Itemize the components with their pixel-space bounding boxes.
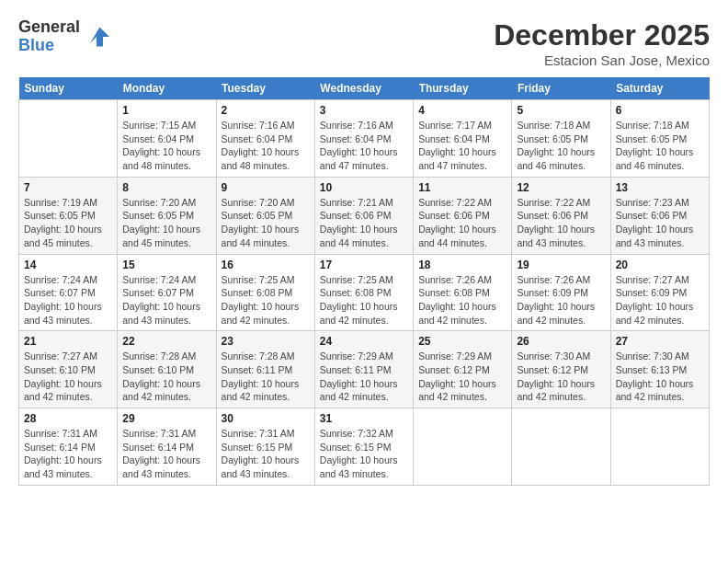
calendar-cell: 3Sunrise: 7:16 AM Sunset: 6:04 PM Daylig… <box>314 100 413 178</box>
calendar-cell: 23Sunrise: 7:28 AM Sunset: 6:11 PM Dayli… <box>216 331 314 408</box>
calendar-cell: 21Sunrise: 7:27 AM Sunset: 6:10 PM Dayli… <box>19 331 118 408</box>
location: Estacion San Jose, Mexico <box>494 52 710 68</box>
day-info: Sunrise: 7:27 AM Sunset: 6:10 PM Dayligh… <box>24 350 112 404</box>
day-info: Sunrise: 7:31 AM Sunset: 6:15 PM Dayligh… <box>222 427 310 481</box>
header-monday: Monday <box>118 77 216 100</box>
day-number: 5 <box>517 104 605 117</box>
day-number: 1 <box>122 104 210 117</box>
header-sunday: Sunday <box>19 77 118 100</box>
day-info: Sunrise: 7:31 AM Sunset: 6:14 PM Dayligh… <box>24 427 112 481</box>
calendar-cell: 8Sunrise: 7:20 AM Sunset: 6:05 PM Daylig… <box>118 177 216 254</box>
day-number: 16 <box>222 259 310 271</box>
day-number: 15 <box>122 259 210 271</box>
day-number: 6 <box>616 104 704 117</box>
week-row-4: 21Sunrise: 7:27 AM Sunset: 6:10 PM Dayli… <box>19 331 710 408</box>
day-number: 31 <box>320 412 408 425</box>
logo-blue: Blue <box>18 37 80 55</box>
calendar-cell: 16Sunrise: 7:25 AM Sunset: 6:08 PM Dayli… <box>216 254 314 331</box>
day-info: Sunrise: 7:31 AM Sunset: 6:14 PM Dayligh… <box>122 427 210 481</box>
calendar-cell: 30Sunrise: 7:31 AM Sunset: 6:15 PM Dayli… <box>216 408 314 486</box>
day-number: 28 <box>24 412 112 425</box>
calendar-cell: 31Sunrise: 7:32 AM Sunset: 6:15 PM Dayli… <box>314 408 413 486</box>
day-info: Sunrise: 7:24 AM Sunset: 6:07 PM Dayligh… <box>122 273 210 327</box>
calendar-cell: 15Sunrise: 7:24 AM Sunset: 6:07 PM Dayli… <box>118 254 216 331</box>
day-number: 18 <box>418 259 506 271</box>
day-number: 7 <box>24 181 112 194</box>
calendar-cell: 4Sunrise: 7:17 AM Sunset: 6:04 PM Daylig… <box>414 100 512 178</box>
day-number: 12 <box>517 181 605 194</box>
day-number: 24 <box>320 335 408 348</box>
calendar-cell: 2Sunrise: 7:16 AM Sunset: 6:04 PM Daylig… <box>216 100 314 178</box>
calendar-cell: 19Sunrise: 7:26 AM Sunset: 6:09 PM Dayli… <box>512 254 610 331</box>
day-info: Sunrise: 7:16 AM Sunset: 6:04 PM Dayligh… <box>222 119 310 173</box>
day-info: Sunrise: 7:28 AM Sunset: 6:10 PM Dayligh… <box>122 350 210 404</box>
day-number: 3 <box>320 104 408 117</box>
calendar-cell: 11Sunrise: 7:22 AM Sunset: 6:06 PM Dayli… <box>414 177 512 254</box>
day-number: 21 <box>24 335 112 348</box>
day-info: Sunrise: 7:19 AM Sunset: 6:05 PM Dayligh… <box>24 196 112 250</box>
day-info: Sunrise: 7:20 AM Sunset: 6:05 PM Dayligh… <box>222 196 310 250</box>
header-thursday: Thursday <box>414 77 512 100</box>
day-info: Sunrise: 7:21 AM Sunset: 6:06 PM Dayligh… <box>320 196 408 250</box>
calendar-cell: 26Sunrise: 7:30 AM Sunset: 6:12 PM Dayli… <box>512 331 610 408</box>
calendar-cell: 27Sunrise: 7:30 AM Sunset: 6:13 PM Dayli… <box>610 331 709 408</box>
calendar-cell: 7Sunrise: 7:19 AM Sunset: 6:05 PM Daylig… <box>19 177 118 254</box>
svg-marker-0 <box>90 27 109 46</box>
calendar-cell <box>610 408 709 486</box>
calendar-cell: 10Sunrise: 7:21 AM Sunset: 6:06 PM Dayli… <box>314 177 413 254</box>
calendar-cell: 6Sunrise: 7:18 AM Sunset: 6:05 PM Daylig… <box>610 100 709 178</box>
day-number: 23 <box>222 335 310 348</box>
day-info: Sunrise: 7:30 AM Sunset: 6:13 PM Dayligh… <box>616 350 704 404</box>
day-info: Sunrise: 7:28 AM Sunset: 6:11 PM Dayligh… <box>222 350 310 404</box>
calendar-cell: 18Sunrise: 7:26 AM Sunset: 6:08 PM Dayli… <box>414 254 512 331</box>
calendar-cell: 14Sunrise: 7:24 AM Sunset: 6:07 PM Dayli… <box>19 254 118 331</box>
day-info: Sunrise: 7:32 AM Sunset: 6:15 PM Dayligh… <box>320 427 408 481</box>
day-number: 26 <box>517 335 605 348</box>
calendar-cell: 28Sunrise: 7:31 AM Sunset: 6:14 PM Dayli… <box>19 408 118 486</box>
day-info: Sunrise: 7:26 AM Sunset: 6:09 PM Dayligh… <box>517 273 605 327</box>
day-info: Sunrise: 7:25 AM Sunset: 6:08 PM Dayligh… <box>222 273 310 327</box>
day-number: 20 <box>616 259 704 271</box>
day-info: Sunrise: 7:23 AM Sunset: 6:06 PM Dayligh… <box>616 196 704 250</box>
week-row-3: 14Sunrise: 7:24 AM Sunset: 6:07 PM Dayli… <box>19 254 710 331</box>
day-info: Sunrise: 7:27 AM Sunset: 6:09 PM Dayligh… <box>616 273 704 327</box>
day-info: Sunrise: 7:17 AM Sunset: 6:04 PM Dayligh… <box>418 119 506 173</box>
day-info: Sunrise: 7:29 AM Sunset: 6:11 PM Dayligh… <box>320 350 408 404</box>
day-info: Sunrise: 7:22 AM Sunset: 6:06 PM Dayligh… <box>418 196 506 250</box>
month-title: December 2025 <box>494 18 710 52</box>
day-info: Sunrise: 7:30 AM Sunset: 6:12 PM Dayligh… <box>517 350 605 404</box>
calendar-cell: 12Sunrise: 7:22 AM Sunset: 6:06 PM Dayli… <box>512 177 610 254</box>
day-number: 27 <box>616 335 704 348</box>
calendar-cell: 13Sunrise: 7:23 AM Sunset: 6:06 PM Dayli… <box>610 177 709 254</box>
logo: General Blue <box>18 18 109 55</box>
day-number: 2 <box>222 104 310 117</box>
day-info: Sunrise: 7:22 AM Sunset: 6:06 PM Dayligh… <box>517 196 605 250</box>
calendar-cell: 20Sunrise: 7:27 AM Sunset: 6:09 PM Dayli… <box>610 254 709 331</box>
day-number: 14 <box>24 259 112 271</box>
calendar-cell: 5Sunrise: 7:18 AM Sunset: 6:05 PM Daylig… <box>512 100 610 178</box>
calendar-cell: 9Sunrise: 7:20 AM Sunset: 6:05 PM Daylig… <box>216 177 314 254</box>
day-info: Sunrise: 7:20 AM Sunset: 6:05 PM Dayligh… <box>122 196 210 250</box>
day-info: Sunrise: 7:25 AM Sunset: 6:08 PM Dayligh… <box>320 273 408 327</box>
calendar-cell: 22Sunrise: 7:28 AM Sunset: 6:10 PM Dayli… <box>118 331 216 408</box>
day-info: Sunrise: 7:26 AM Sunset: 6:08 PM Dayligh… <box>418 273 506 327</box>
day-number: 11 <box>418 181 506 194</box>
logo-text: General Blue <box>18 18 80 55</box>
calendar-cell: 29Sunrise: 7:31 AM Sunset: 6:14 PM Dayli… <box>118 408 216 486</box>
day-info: Sunrise: 7:18 AM Sunset: 6:05 PM Dayligh… <box>517 119 605 173</box>
header-saturday: Saturday <box>610 77 709 100</box>
day-info: Sunrise: 7:24 AM Sunset: 6:07 PM Dayligh… <box>24 273 112 327</box>
day-number: 4 <box>418 104 506 117</box>
day-info: Sunrise: 7:16 AM Sunset: 6:04 PM Dayligh… <box>320 119 408 173</box>
day-number: 8 <box>122 181 210 194</box>
day-number: 30 <box>222 412 310 425</box>
calendar-cell: 25Sunrise: 7:29 AM Sunset: 6:12 PM Dayli… <box>414 331 512 408</box>
calendar-cell: 17Sunrise: 7:25 AM Sunset: 6:08 PM Dayli… <box>314 254 413 331</box>
calendar-table: SundayMondayTuesdayWednesdayThursdayFrid… <box>18 77 710 486</box>
day-number: 9 <box>222 181 310 194</box>
calendar-cell <box>19 100 118 178</box>
week-row-2: 7Sunrise: 7:19 AM Sunset: 6:05 PM Daylig… <box>19 177 710 254</box>
logo-icon <box>84 24 109 50</box>
day-number: 25 <box>418 335 506 348</box>
title-section: December 2025 Estacion San Jose, Mexico <box>494 18 710 68</box>
